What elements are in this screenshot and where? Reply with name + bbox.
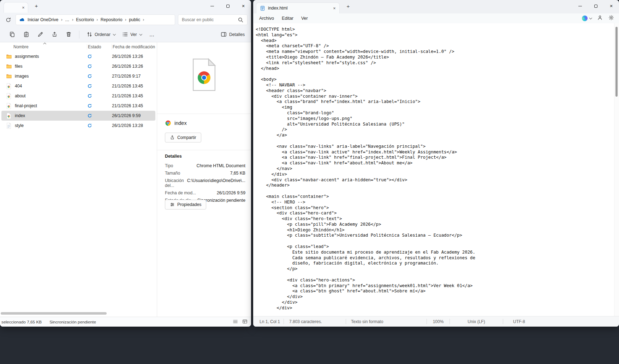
menu-file[interactable]: Archivo	[255, 16, 278, 21]
chrome-html-icon	[6, 83, 12, 89]
minimize-icon	[210, 6, 214, 6]
file-name: about	[15, 93, 87, 98]
explorer-tab[interactable]: ✕	[4, 2, 28, 13]
minimize-button[interactable]	[572, 0, 588, 12]
search-icon	[238, 17, 244, 23]
settings-button[interactable]	[608, 15, 614, 22]
rename-button[interactable]	[33, 29, 47, 40]
tab-title: index.html	[268, 6, 288, 11]
file-name: images	[15, 74, 87, 79]
refresh-button[interactable]	[4, 17, 13, 23]
close-icon: ✕	[609, 4, 613, 8]
line-ending-status: Unix (LF)	[450, 319, 503, 324]
details-section-title: Detalles	[165, 154, 182, 159]
details-view-button[interactable]	[233, 319, 238, 325]
breadcrumb-item-public[interactable]: public	[129, 17, 140, 22]
zoom-level: 100%	[427, 319, 450, 324]
notepad-tab[interactable]: index.html ✕	[256, 2, 340, 13]
share-button[interactable]: Compartir	[165, 133, 201, 142]
chevron-right-icon: ›	[96, 17, 98, 22]
icons-view-button[interactable]	[242, 319, 248, 325]
search-input[interactable]	[182, 17, 238, 22]
breadcrumb-item-repositorio[interactable]: Repositorio	[101, 17, 123, 22]
more-options-button[interactable]: …	[145, 32, 159, 37]
window-controls: ✕	[204, 0, 251, 12]
file-row-404[interactable]: 404 21/1/2026 13:45	[1, 81, 155, 91]
search-box[interactable]	[178, 14, 248, 25]
copilot-button[interactable]	[582, 16, 592, 21]
view-dropdown[interactable]: Ver	[119, 29, 145, 40]
sync-pending-icon	[87, 113, 112, 118]
file-row-assignments[interactable]: assignments 26/1/2026 13:26	[1, 51, 155, 61]
scrollbar-thumb[interactable]	[1, 312, 107, 315]
horizontal-scrollbar[interactable]	[1, 312, 155, 315]
scrollbar-thumb[interactable]	[615, 27, 618, 97]
chevron-down-icon	[113, 32, 116, 35]
file-row-about[interactable]: about 21/1/2026 13:45	[1, 91, 155, 101]
notepad-icon	[260, 6, 265, 11]
detail-value: Chrome HTML Document	[197, 163, 245, 168]
column-header-name[interactable]: Nombre	[0, 44, 87, 50]
folder-icon	[6, 73, 12, 79]
maximize-button[interactable]	[588, 0, 603, 12]
minimize-button[interactable]	[204, 0, 220, 12]
menu-view[interactable]: Ver	[297, 16, 312, 21]
delete-button[interactable]	[61, 29, 76, 40]
chrome-icon	[165, 120, 171, 126]
sort-icon	[87, 31, 93, 37]
detail-row: Fecha de mod... 26/1/2026 9:59	[165, 190, 245, 195]
detail-value: 7,65 KB	[230, 171, 245, 176]
column-header-status[interactable]: Estado	[87, 44, 112, 50]
chevron-right-icon: ›	[125, 17, 126, 22]
vertical-scrollbar[interactable]	[614, 23, 619, 316]
new-tab-button[interactable]: +	[32, 3, 40, 9]
copy-button[interactable]	[5, 29, 19, 40]
file-row-final-project[interactable]: final-project 21/1/2026 13:45	[1, 101, 155, 111]
text-editor[interactable]: <!DOCTYPE html> <html lang="es"> <head> …	[253, 23, 619, 311]
breadcrumb-item-onedrive[interactable]: Iniciar OneDrive	[28, 17, 58, 22]
chevron-right-icon: ›	[61, 17, 63, 22]
share-button-label: Compartir	[177, 135, 196, 140]
tab-close-icon[interactable]: ✕	[22, 6, 25, 10]
details-list: Tipo Chrome HTML Document Tamaño 7,65 KB…	[165, 163, 245, 205]
detail-row: Tipo Chrome HTML Document	[165, 163, 245, 168]
properties-button[interactable]: Propiedades	[165, 200, 206, 210]
editor-area[interactable]: <!DOCTYPE html> <html lang="es"> <head> …	[253, 23, 619, 316]
breadcrumb-item-escritorio[interactable]: Escritorio	[76, 17, 94, 22]
file-list: Nombre Estado Fecha de modificación assi…	[0, 42, 157, 317]
file-row-style[interactable]: style 26/1/2026 13:28	[1, 121, 155, 131]
file-row-files[interactable]: files 26/1/2026 13:26	[1, 61, 155, 71]
sync-pending-icon	[87, 93, 112, 98]
properties-button-label: Propiedades	[177, 202, 201, 207]
new-tab-button[interactable]: +	[344, 3, 352, 9]
breadcrumb: Iniciar OneDrive › … › Escritorio › Repo…	[16, 14, 175, 25]
details-toggle-button[interactable]: Detalles	[221, 31, 246, 37]
explorer-titlebar: ✕ + ✕	[0, 0, 251, 13]
detail-label: Ubicación del...	[165, 178, 187, 188]
share-button-toolbar[interactable]	[47, 29, 61, 40]
close-button[interactable]: ✕	[603, 0, 619, 12]
file-row-images[interactable]: images 27/1/2026 9:17	[1, 71, 155, 81]
file-explorer-window: ✕ + ✕ Iniciar OneDrive › … › Escritorio …	[0, 0, 251, 327]
file-date: 26/1/2026 13:26	[112, 64, 155, 69]
thumbnail-view-icon	[242, 319, 248, 324]
column-headers: Nombre Estado Fecha de modificación	[0, 42, 157, 51]
maximize-button[interactable]	[220, 0, 236, 12]
folder-icon	[6, 63, 12, 69]
notepad-titlebar: index.html ✕ + ✕	[253, 0, 619, 13]
close-icon: ✕	[242, 4, 245, 8]
column-header-modified[interactable]: Fecha de modificación	[112, 44, 157, 50]
rename-icon	[37, 31, 43, 37]
breadcrumb-item-collapsed[interactable]: …	[65, 17, 69, 22]
menu-edit[interactable]: Editar	[278, 16, 297, 21]
close-button[interactable]: ✕	[236, 0, 251, 12]
paste-button[interactable]	[19, 29, 33, 40]
file-row-index[interactable]: index 26/1/2026 9:59	[1, 111, 155, 121]
tab-close-icon[interactable]: ✕	[333, 6, 336, 10]
detail-label: Fecha de mod...	[165, 190, 196, 195]
sort-dropdown[interactable]: Ordenar	[83, 29, 119, 40]
divider	[157, 114, 251, 114]
chevron-down-icon	[139, 32, 142, 35]
account-button[interactable]	[597, 15, 603, 22]
properties-icon	[170, 202, 175, 207]
